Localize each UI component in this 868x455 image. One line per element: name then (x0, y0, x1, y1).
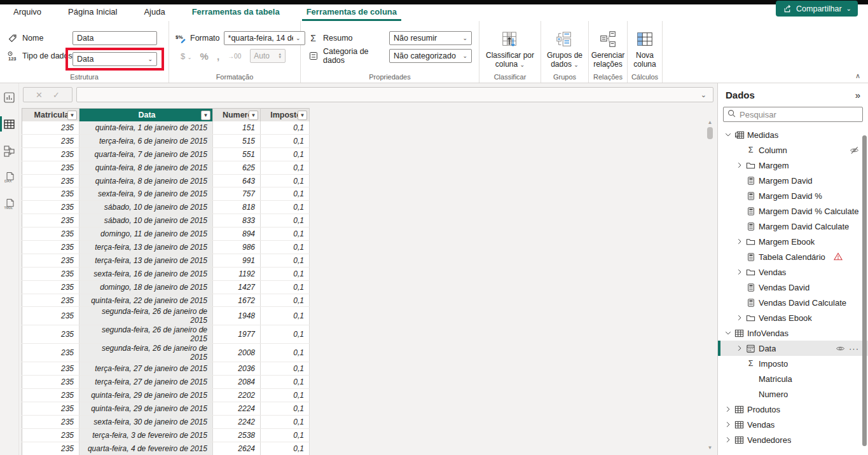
table-row[interactable]: 235terça-feira, 27 de janeiro de 2015203… (22, 362, 310, 376)
field-item-numero[interactable]: Numero (718, 386, 868, 402)
field-item-column[interactable]: ΣColumn (718, 142, 868, 158)
hidden-eye-slash-icon[interactable] (850, 146, 859, 155)
filter-dropdown-icon[interactable]: ▼ (249, 111, 258, 120)
share-button[interactable]: Compartilhar ⌄ (776, 1, 858, 17)
chevron-collapsed-icon[interactable] (734, 315, 745, 321)
table-cell[interactable]: 833 (213, 214, 261, 228)
field-item-margem[interactable]: Margem (718, 158, 868, 173)
filter-dropdown-icon[interactable]: ▼ (201, 111, 210, 120)
table-cell[interactable]: quarta-feira, 7 de janeiro de 2015 (79, 147, 213, 161)
table-cell[interactable]: 2224 (213, 402, 261, 416)
table-row[interactable]: 235terça-feira, 3 de fevereiro de 201525… (22, 428, 310, 442)
chevron-collapsed-icon[interactable] (734, 345, 745, 351)
table-cell[interactable]: 235 (22, 307, 79, 325)
category-select[interactable]: Não categorizado ⌄ (389, 49, 472, 63)
table-row[interactable]: 235sexta-feira, 9 de janeiro de 20157570… (22, 187, 310, 201)
table-cell[interactable]: 235 (22, 161, 79, 174)
table-row[interactable]: 235terça-feira, 13 de janeiro de 2015991… (22, 254, 310, 267)
field-item-margem-david-calculate[interactable]: Margem David % Calculate (718, 203, 868, 219)
column-header-imposto[interactable]: Imposto▼ (261, 109, 310, 121)
filter-dropdown-icon[interactable]: ▼ (298, 111, 307, 120)
chevron-collapsed-icon[interactable] (734, 162, 745, 168)
field-actions[interactable]: ··· (836, 344, 859, 353)
table-cell[interactable]: 235 (22, 254, 79, 267)
field-item-vendedores[interactable]: Vendedores (718, 432, 868, 447)
field-item-margem-david[interactable]: Margem David % (718, 188, 868, 203)
table-cell[interactable]: 0,1 (261, 416, 310, 429)
table-cell[interactable]: 235 (22, 201, 79, 214)
field-item-vendas-ebook[interactable]: Vendas Ebook (718, 310, 868, 325)
datatype-select[interactable]: Data ⌄ (72, 52, 157, 66)
table-cell[interactable]: 0,1 (261, 241, 310, 254)
table-cell[interactable]: 235 (22, 416, 79, 429)
field-item-imposto[interactable]: ΣImposto (718, 356, 868, 371)
tab-ferramentas-da-tabela[interactable]: Ferramentas da tabela (179, 4, 293, 21)
table-cell[interactable]: 1427 (213, 280, 261, 294)
table-cell[interactable]: quinta-feira, 29 de janeiro de 2015 (79, 402, 213, 416)
format-select[interactable]: *quarta-feira, 14 de... ⌄ (224, 31, 305, 45)
table-row[interactable]: 235terça-feira, 6 de janeiro de 20155150… (22, 134, 310, 147)
table-cell[interactable]: segunda-feira, 26 de janeiro de 2015 (79, 307, 213, 325)
table-cell[interactable]: 235 (22, 442, 79, 455)
table-cell[interactable]: 0,1 (261, 442, 310, 455)
table-cell[interactable]: terça-feira, 3 de fevereiro de 2015 (79, 428, 213, 442)
table-row[interactable]: 235segunda-feira, 26 de janeiro de 20152… (22, 344, 310, 362)
table-row[interactable]: 235quinta-feira, 22 de janeiro de 201516… (22, 294, 310, 307)
table-cell[interactable]: 0,1 (261, 294, 310, 307)
collapse-ribbon-chevron-icon[interactable]: ∧ (855, 72, 860, 80)
column-header-matricula[interactable]: Matricula▼ (22, 109, 79, 121)
field-item-vendas[interactable]: Vendas (718, 417, 868, 432)
table-cell[interactable]: 894 (213, 228, 261, 241)
table-cell[interactable]: 0,1 (261, 214, 310, 228)
tab-pagina-inicial[interactable]: Página Inicial (55, 4, 130, 21)
table-row[interactable]: 235quinta-feira, 8 de janeiro de 2015643… (22, 174, 310, 187)
field-item-infovendas[interactable]: InfoVendas (718, 325, 868, 341)
table-cell[interactable]: 235 (22, 428, 79, 442)
table-cell[interactable]: domingo, 18 de janeiro de 2015 (79, 280, 213, 294)
table-cell[interactable]: 0,1 (261, 134, 310, 147)
table-cell[interactable]: terça-feira, 13 de janeiro de 2015 (79, 254, 213, 267)
currency-format-icon[interactable]: $ ⌄ (181, 51, 192, 61)
data-groups-button[interactable]: Grupos dedados ⌄ (541, 29, 588, 69)
table-cell[interactable]: 235 (22, 121, 79, 135)
tab-ajuda[interactable]: Ajuda (130, 4, 178, 21)
report-view-button[interactable] (0, 89, 19, 105)
table-row[interactable]: 235quarta-feira, 7 de janeiro de 2015551… (22, 147, 310, 161)
table-cell[interactable]: 0,1 (261, 344, 310, 362)
table-row[interactable]: 235domingo, 11 de janeiro de 20158940,1 (22, 228, 310, 241)
table-cell[interactable]: 235 (22, 187, 79, 201)
model-view-button[interactable] (0, 142, 19, 159)
table-cell[interactable]: 551 (213, 147, 261, 161)
field-item-margem-ebook[interactable]: Margem Ebook (718, 234, 868, 249)
chevron-collapsed-icon[interactable] (723, 421, 733, 428)
table-cell[interactable]: terça-feira, 6 de janeiro de 2015 (79, 134, 213, 147)
decimal-auto-spinner[interactable]: Auto ▲▼ (250, 49, 286, 63)
table-cell[interactable]: 235 (22, 214, 79, 228)
decimal-places-icon[interactable]: →00 (228, 53, 241, 60)
cancel-x-icon[interactable]: ✕ (36, 90, 43, 100)
table-cell[interactable]: 0,1 (261, 121, 310, 135)
table-cell[interactable]: 2202 (213, 389, 261, 402)
table-cell[interactable]: 0,1 (261, 280, 310, 294)
table-row[interactable]: 235terça-feira, 27 de janeiro de 2015208… (22, 376, 310, 389)
filter-dropdown-icon[interactable]: ▼ (67, 111, 77, 120)
field-item-margem-david[interactable]: Margem David (718, 173, 868, 188)
field-item-vendas-david[interactable]: Vendas David (718, 280, 868, 295)
table-cell[interactable]: sexta-feira, 30 de janeiro de 2015 (79, 416, 213, 429)
table-cell[interactable]: 0,1 (261, 174, 310, 187)
field-item-tabela-calendario[interactable]: Tabela Calendário (718, 249, 868, 264)
field-item-matricula[interactable]: Matricula (718, 371, 868, 386)
table-cell[interactable]: segunda-feira, 26 de janeiro de 2015 (79, 344, 213, 362)
table-cell[interactable]: 0,1 (261, 389, 310, 402)
formula-input[interactable]: ⌄ (76, 87, 713, 102)
table-cell[interactable]: 515 (213, 134, 261, 147)
expand-formula-chevron-icon[interactable]: ⌄ (701, 91, 706, 99)
table-cell[interactable]: 2242 (213, 416, 261, 429)
table-cell[interactable]: sexta-feira, 16 de janeiro de 2015 (79, 267, 213, 280)
table-cell[interactable]: sexta-feira, 9 de janeiro de 2015 (79, 187, 213, 201)
table-cell[interactable]: 235 (22, 134, 79, 147)
table-cell[interactable]: 2008 (213, 344, 261, 362)
table-cell[interactable]: quinta-feira, 8 de janeiro de 2015 (79, 161, 213, 174)
chevron-collapsed-icon[interactable] (723, 437, 733, 443)
table-cell[interactable]: 0,1 (261, 362, 310, 376)
